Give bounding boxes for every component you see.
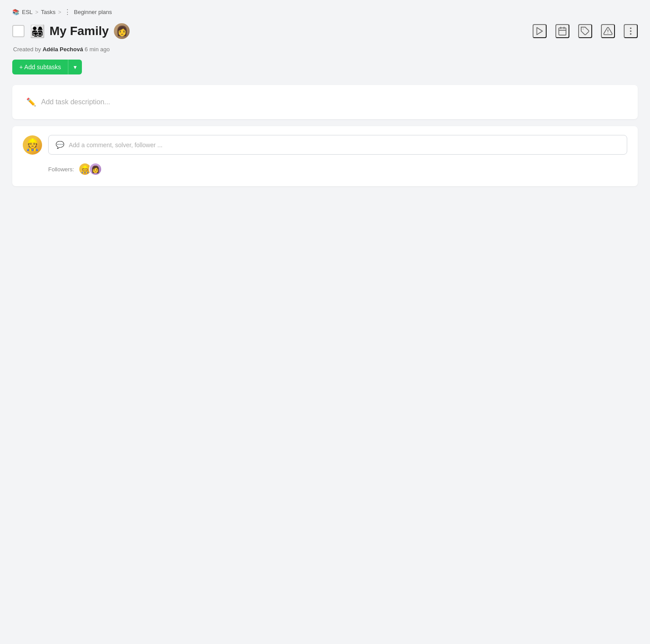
comment-placeholder-text: Add a comment, solver, follower ... [69, 142, 162, 149]
breadcrumb-tasks[interactable]: Tasks [41, 9, 56, 15]
breadcrumb-sep-2: > [58, 9, 61, 15]
dropdown-arrow: ▾ [74, 64, 77, 71]
description-placeholder-text: Add task description... [41, 98, 110, 106]
follower-avatar-2[interactable] [89, 163, 102, 176]
description-placeholder: ✏️ Add task description... [26, 97, 624, 107]
header-left: 👨‍👩‍👧‍👦 My Family [12, 23, 130, 39]
more-options-button[interactable] [624, 24, 638, 38]
add-subtasks-main: + Add subtasks [12, 60, 68, 74]
breadcrumb-dots[interactable]: ⋮ [64, 8, 71, 16]
app-name: ESL [22, 9, 33, 15]
created-by-line: Created by Adéla Pechová 6 min ago [12, 46, 638, 53]
task-complete-checkbox[interactable] [12, 25, 25, 37]
svg-point-8 [630, 28, 631, 29]
assignee-avatar[interactable] [114, 23, 130, 39]
play-icon [535, 26, 544, 36]
add-subtasks-label: + Add subtasks [19, 64, 61, 71]
followers-avatars [78, 163, 102, 176]
comment-icon: 💬 [56, 141, 64, 149]
tasks-label: Tasks [41, 9, 56, 15]
comment-input-row: 💬 Add a comment, solver, follower ... [23, 135, 627, 155]
alert-icon [603, 26, 613, 36]
svg-rect-1 [559, 28, 566, 35]
header-right [533, 24, 638, 38]
header-row: 👨‍👩‍👧‍👦 My Family [0, 21, 650, 46]
calendar-button[interactable] [555, 24, 569, 38]
followers-label: Followers: [48, 166, 74, 173]
breadcrumb-app[interactable]: 📚 ESL [12, 9, 33, 15]
created-by-prefix: Created by [13, 46, 41, 53]
content-area: Created by Adéla Pechová 6 min ago + Add… [0, 46, 650, 186]
add-subtasks-button[interactable]: + Add subtasks ▾ [12, 60, 82, 74]
page-name: Beginner plans [74, 9, 112, 15]
creator-name: Adéla Pechová [42, 46, 83, 53]
svg-point-10 [630, 34, 631, 35]
pencil-icon: ✏️ [26, 97, 36, 107]
comments-card: 💬 Add a comment, solver, follower ... Fo… [12, 126, 638, 186]
main-container: 📚 ESL > Tasks > ⋮ Beginner plans 👨‍👩‍👧‍👦… [0, 0, 650, 644]
current-user-avatar [23, 135, 42, 155]
description-card[interactable]: ✏️ Add task description... [12, 85, 638, 119]
tag-button[interactable] [578, 24, 592, 38]
followers-row: Followers: [23, 163, 627, 176]
task-emoji: 👨‍👩‍👧‍👦 [30, 24, 45, 39]
add-subtasks-dropdown[interactable]: ▾ [68, 60, 82, 74]
app-emoji: 📚 [12, 9, 19, 15]
task-title-text: My Family [49, 24, 109, 38]
calendar-icon [558, 26, 567, 36]
svg-marker-0 [537, 28, 543, 35]
svg-point-9 [630, 31, 631, 32]
task-title-group: 👨‍👩‍👧‍👦 My Family [30, 24, 109, 39]
breadcrumb: 📚 ESL > Tasks > ⋮ Beginner plans [0, 0, 650, 21]
created-time: 6 min ago [85, 46, 110, 53]
alert-button[interactable] [601, 24, 615, 38]
more-dots-icon [626, 26, 636, 36]
breadcrumb-page[interactable]: Beginner plans [74, 9, 112, 15]
tag-icon [580, 26, 590, 36]
comment-input-box[interactable]: 💬 Add a comment, solver, follower ... [48, 135, 627, 155]
play-button[interactable] [533, 24, 547, 38]
breadcrumb-sep-1: > [35, 9, 39, 15]
